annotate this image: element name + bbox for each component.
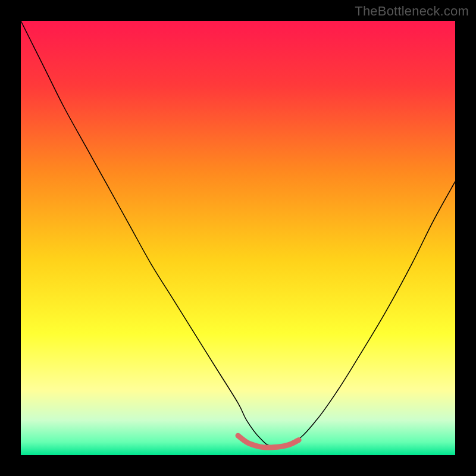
- bottleneck-curve-black: [21, 21, 455, 447]
- chart-frame: TheBottleneck.com: [0, 0, 476, 476]
- trough-highlight-red: [238, 436, 299, 447]
- curve-layer: [21, 21, 455, 455]
- watermark-text: TheBottleneck.com: [355, 4, 469, 19]
- plot-area: [21, 21, 455, 455]
